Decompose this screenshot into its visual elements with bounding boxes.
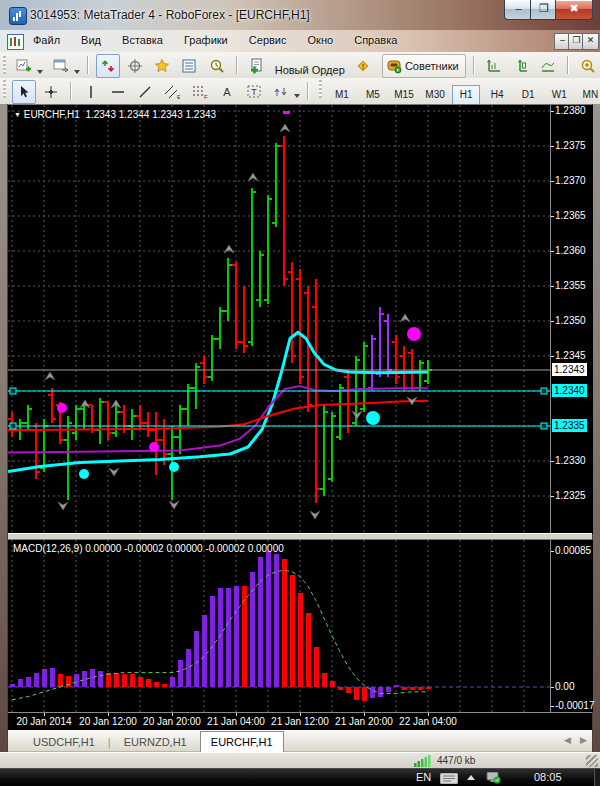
signal-dot-cyan <box>79 469 89 479</box>
child-close-button[interactable]: ✕ <box>582 33 599 50</box>
menu-item-insert[interactable]: Вставка <box>113 30 172 46</box>
trendline-button[interactable] <box>133 80 157 104</box>
toolbar-grip[interactable] <box>3 56 6 74</box>
menu-bar: Файл Вид Вставка Графики Сервис Окно Спр… <box>0 30 600 53</box>
signal-dot-magenta <box>407 327 421 341</box>
resize-grip[interactable] <box>586 755 598 767</box>
taskbar-clock[interactable]: 08:05 <box>534 771 562 783</box>
magenta-tick-marker <box>283 111 290 114</box>
line-chart-mode-button[interactable] <box>536 54 560 78</box>
collapse-triangle-icon[interactable]: ▼ <box>14 111 21 118</box>
market-watch-button[interactable] <box>177 54 201 78</box>
toolbar-grip-2[interactable] <box>3 80 6 98</box>
expert-advisor-icon <box>386 58 402 74</box>
macd-scale-tick <box>551 706 554 707</box>
favorites-button[interactable] <box>150 54 174 78</box>
profiles-button[interactable] <box>49 54 73 78</box>
time-axis-tick <box>300 713 301 716</box>
tab-usdchf[interactable]: USDCHF,H1 <box>23 732 105 754</box>
line-handle <box>541 423 547 429</box>
level-price-label: 1.2340 <box>552 384 587 397</box>
keyboard-layout-icon[interactable] <box>440 773 458 786</box>
new-chart-button[interactable] <box>12 54 36 78</box>
cursor-button[interactable] <box>12 80 36 104</box>
chart-symbol-label: ▼ EURCHF,H1 1.2343 1.2344 1.2343 1.2343 <box>14 109 216 120</box>
ohlc-bars <box>8 136 432 504</box>
arrows-button[interactable] <box>269 80 293 104</box>
maximize-button[interactable]: ❐ <box>530 0 558 20</box>
menu-item-view[interactable]: Вид <box>72 30 110 46</box>
menu-item-window[interactable]: Окно <box>299 30 343 46</box>
down-arrow-marker <box>58 502 68 510</box>
show-desktop-button[interactable] <box>594 769 600 786</box>
price-chart[interactable] <box>8 105 550 534</box>
tab-scroll-right-icon[interactable]: ▶ <box>580 735 587 745</box>
time-axis-tick <box>428 713 429 716</box>
timeframes-grip[interactable] <box>319 80 322 98</box>
close-button[interactable]: ✖ <box>555 0 593 20</box>
tab-separator: | <box>108 732 111 748</box>
history-center-button[interactable] <box>205 54 229 78</box>
price-tick-label: 1.2330 <box>555 455 586 467</box>
chart-window-icon <box>7 34 24 50</box>
action-center-tray-icon[interactable] <box>486 772 501 786</box>
svg-text:A: A <box>223 86 231 98</box>
tab-scroll-left-icon[interactable]: ◀ <box>564 735 571 745</box>
autoscroll-toggle[interactable] <box>96 54 120 78</box>
macd-histogram <box>10 551 431 701</box>
candlestick-mode-button[interactable] <box>509 54 533 78</box>
line-handle <box>541 388 547 394</box>
price-tick <box>551 146 554 147</box>
macd-chart[interactable] <box>8 540 550 712</box>
profiles-dropdown-icon[interactable] <box>74 70 80 74</box>
channel-button[interactable]: E <box>160 80 184 104</box>
menu-item-file[interactable]: Файл <box>24 30 69 46</box>
svg-text:T: T <box>251 87 257 97</box>
alert-icon[interactable]: ! <box>351 54 375 78</box>
windows-taskbar: EN 08:05 <box>0 768 600 786</box>
menu-item-charts[interactable]: Графики <box>175 30 237 46</box>
macd-scale[interactable]: 0.000850.00-0.00017 <box>550 540 593 712</box>
price-tick <box>551 461 554 462</box>
price-tick-label: 1.2365 <box>555 210 586 222</box>
menu-item-help[interactable]: Справка <box>345 30 406 46</box>
new-order-button[interactable]: Новый Ордер <box>272 64 348 76</box>
text-button[interactable]: A <box>215 80 239 104</box>
time-axis[interactable]: 20 Jan 201420 Jan 12:0020 Jan 20:0021 Ja… <box>8 712 592 730</box>
line-handle <box>10 388 16 394</box>
price-tick <box>551 496 554 497</box>
advisors-button[interactable]: Советники <box>402 60 462 72</box>
price-tick <box>551 111 554 112</box>
price-scale[interactable]: 1.23801.23751.23701.23651.23601.23551.23… <box>550 105 593 534</box>
macd-value-main: 0.00000 <box>85 543 121 554</box>
connection-signal-icon <box>414 755 432 769</box>
time-axis-tick <box>236 713 237 716</box>
language-indicator[interactable]: EN <box>416 771 431 783</box>
price-tick <box>551 321 554 322</box>
chart-shift-button[interactable] <box>123 54 147 78</box>
macd-value-5: 0.00000 <box>248 543 284 554</box>
show-hidden-icons-button[interactable] <box>467 775 475 780</box>
window-title: 3014953: MetaTrader 4 - RoboForex - [EUR… <box>30 8 310 22</box>
price-tick <box>551 356 554 357</box>
text-label-button[interactable]: T <box>242 80 266 104</box>
new-order-icon[interactable] <box>245 54 269 78</box>
bar-chart-mode-button[interactable] <box>482 54 506 78</box>
arrows-dropdown-icon[interactable] <box>294 94 300 98</box>
new-chart-dropdown-icon[interactable] <box>37 70 43 74</box>
horizontal-line-button[interactable] <box>106 80 130 104</box>
tab-eurnzd[interactable]: EURNZD,H1 <box>114 732 197 754</box>
zoom-in-button[interactable] <box>576 54 600 78</box>
vertical-line-button[interactable] <box>79 80 103 104</box>
macd-scale-label: 0.00 <box>555 681 574 693</box>
signal-dot-magenta <box>57 403 67 413</box>
panel-divider[interactable] <box>8 533 592 540</box>
price-tick-label: 1.2360 <box>555 245 586 257</box>
minimize-button[interactable]: ‒ <box>504 0 533 20</box>
menu-item-tools[interactable]: Сервис <box>240 30 296 46</box>
crosshair-button[interactable] <box>39 80 63 104</box>
down-arrow-marker <box>169 501 179 509</box>
fibonacci-button[interactable]: F <box>188 80 212 104</box>
title-bar[interactable]: 3014953: MetaTrader 4 - RoboForex - [EUR… <box>0 0 600 31</box>
macd-scale-tick <box>551 551 554 552</box>
